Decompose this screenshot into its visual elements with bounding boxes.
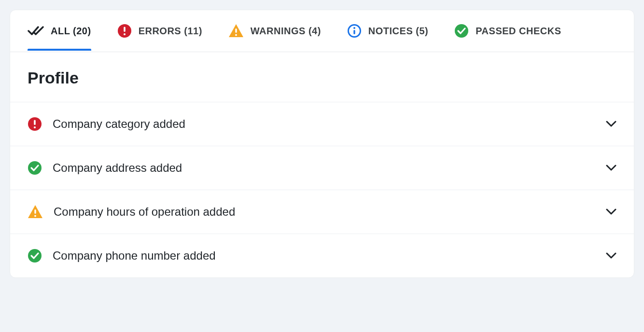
item-label: Company category added [53,117,185,131]
chevron-down-icon [606,121,616,127]
chevron-down-icon [606,208,616,215]
svg-point-8 [455,24,468,38]
item-label: Company phone number added [53,249,216,263]
tab-all[interactable]: ALL (20) [28,12,91,50]
svg-point-14 [34,215,36,217]
tab-warnings-label: WARNINGS (4) [251,26,321,37]
list-item[interactable]: Company address added [10,146,634,190]
svg-point-15 [28,249,42,263]
svg-rect-10 [34,120,36,125]
list-item[interactable]: Company hours of operation added [10,190,634,234]
tabs-bar: ALL (20) ERRORS (11) WARNINGS (4) [10,10,634,52]
svg-rect-1 [124,27,126,32]
tab-warnings[interactable]: WARNINGS (4) [228,10,321,52]
checks-card: ALL (20) ERRORS (11) WARNINGS (4) [10,10,634,278]
info-icon [347,24,362,38]
tab-passed[interactable]: PASSED CHECKS [454,10,561,52]
tab-errors-label: ERRORS (11) [139,26,202,37]
section-title: Profile [10,52,634,102]
list-item[interactable]: Company category added [10,102,634,146]
tab-all-label: ALL (20) [51,26,91,37]
tab-notices-label: NOTICES (5) [368,26,428,37]
svg-point-6 [353,27,355,29]
error-icon [28,117,42,131]
svg-point-11 [34,126,36,128]
svg-rect-3 [235,28,237,33]
svg-point-2 [124,33,126,35]
item-label: Company hours of operation added [54,205,235,219]
item-label: Company address added [53,161,182,175]
passed-icon [454,24,469,38]
list-item-left: Company phone number added [28,249,216,263]
checks-list: Company category added Company address a… [10,102,634,277]
svg-point-4 [235,34,237,36]
list-item-left: Company hours of operation added [28,205,235,219]
chevron-down-icon [606,252,616,259]
passed-icon [28,161,42,175]
list-item-left: Company category added [28,117,185,131]
chevron-down-icon [606,165,616,171]
double-check-icon [28,25,44,37]
warning-icon [228,24,244,38]
list-item-left: Company address added [28,161,182,175]
passed-icon [28,249,42,263]
svg-rect-13 [34,209,36,214]
error-icon [117,24,132,38]
warning-icon [28,205,43,219]
svg-rect-7 [353,30,355,34]
tab-errors[interactable]: ERRORS (11) [117,10,202,52]
tab-notices[interactable]: NOTICES (5) [347,10,428,52]
tab-passed-label: PASSED CHECKS [476,26,561,37]
list-item[interactable]: Company phone number added [10,234,634,277]
svg-point-12 [28,161,42,175]
